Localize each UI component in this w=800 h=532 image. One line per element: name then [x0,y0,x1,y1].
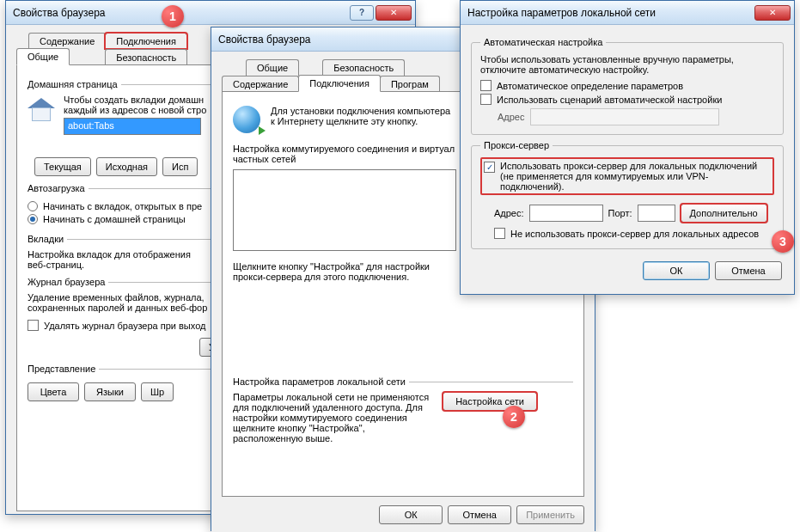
check-auto-script[interactable]: Использовать сценарий автоматической нас… [480,94,774,105]
button-ok[interactable]: ОК [643,261,710,280]
close-button[interactable]: ✕ [754,5,791,21]
script-addr-input [530,108,719,125]
tab-content[interactable]: Содержание [222,76,299,93]
highlight-proxy-check: ✓ Использовать прокси-сервер для локальн… [480,157,774,195]
dial-list[interactable] [233,169,456,251]
group-lan-label: Настройка параметров локальной сети [233,376,409,387]
button-use[interactable]: Исп [162,157,198,176]
dial-hint-line1: Щелкните кнопку "Настройка" для настройк… [233,261,456,272]
group-auto-label: Автоматическая настройка [480,37,606,47]
tabs-desc: Настройка вкладок для отображения веб-ст… [27,249,199,270]
annotation-marker-2: 2 [503,406,525,428]
dialog-footer: ОК Отмена Применить [211,497,595,532]
group-presentation-label: Представление [27,364,99,374]
tab-general[interactable]: Общие [246,59,299,76]
button-cancel[interactable]: Отмена [715,261,782,280]
auto-desc: Чтобы использовать установленные вручную… [480,54,774,75]
conn-desc-line2: к Интернету щелкните эту кнопку. [271,116,450,126]
dial-desc: Настройка коммутируемого соединения и ви… [233,144,456,164]
check-bypass-local[interactable]: Не использовать прокси-сервер для локаль… [494,228,774,239]
script-addr-label: Адрес [498,112,525,122]
group-auto: Автоматическая настройка Чтобы использов… [471,37,784,135]
tab-security[interactable]: Безопасность [105,49,187,66]
button-current[interactable]: Текущая [34,157,91,176]
window-title: Настройка параметров локальной сети [467,7,754,19]
tab-connections[interactable]: Подключения [298,75,381,92]
button-languages[interactable]: Языки [84,382,136,401]
button-default[interactable]: Исходная [96,157,157,176]
proxy-addr-input[interactable] [529,205,603,222]
annotation-marker-3: 3 [772,230,794,253]
button-colors[interactable]: Цвета [27,382,79,401]
proxy-port-input[interactable] [638,205,675,222]
journal-desc: Удаление временных файлов, журнала, сохр… [27,292,225,313]
dial-hint-line2: прокси-сервера для этого подключения. [233,272,456,282]
close-button[interactable]: ✕ [376,5,412,21]
check-use-proxy-label: Использовать прокси-сервер для локальных… [500,161,771,192]
tab-content[interactable]: Содержание [28,33,106,49]
check-auto-detect[interactable]: Автоматическое определение параметров [480,80,774,91]
lan-desc: Параметры локальной сети не применяются … [233,392,431,443]
annotation-marker-1: 1 [162,5,184,28]
lan-settings-window: Настройка параметров локальной сети ✕ Ав… [460,0,795,295]
button-ok[interactable]: ОК [379,505,443,524]
tab-security[interactable]: Безопасность [322,59,405,76]
button-cancel[interactable]: Отмена [448,505,511,524]
proxy-port-label: Порт: [608,208,632,218]
group-tabs-label: Вкладки [27,234,67,244]
tab-general[interactable]: Общие [16,48,70,65]
button-advanced[interactable]: Дополнительно [681,204,767,223]
group-autoload-label: Автозагрузка [27,183,89,193]
home-url-input[interactable]: about:Tabs [64,118,201,135]
tab-programs[interactable]: Програм [380,76,440,93]
button-fonts[interactable]: Шр [141,382,174,401]
tab-connections[interactable]: Подключения [105,33,187,49]
button-lan-settings[interactable]: Настройка сети [443,392,537,411]
group-home-page-label: Домашняя страница [27,79,121,89]
titlebar[interactable]: Свойства браузера ? ✕ [6,1,415,25]
globe-icon [233,106,260,133]
conn-desc-line1: Для установки подключения компьютера [271,106,450,116]
titlebar[interactable]: Настройка параметров локальной сети ✕ [461,1,794,25]
help-button[interactable]: ? [350,5,374,21]
proxy-addr-label: Адрес: [494,208,524,218]
check-use-proxy[interactable]: ✓ [484,162,495,173]
home-icon [27,98,55,122]
dialog-footer: ОК Отмена [461,253,794,289]
button-apply[interactable]: Применить [516,505,584,524]
group-journal-label: Журнал браузера [27,277,108,287]
group-proxy-label: Прокси-сервер [480,140,553,150]
group-proxy: Прокси-сервер ✓ Использовать прокси-серв… [471,140,784,249]
